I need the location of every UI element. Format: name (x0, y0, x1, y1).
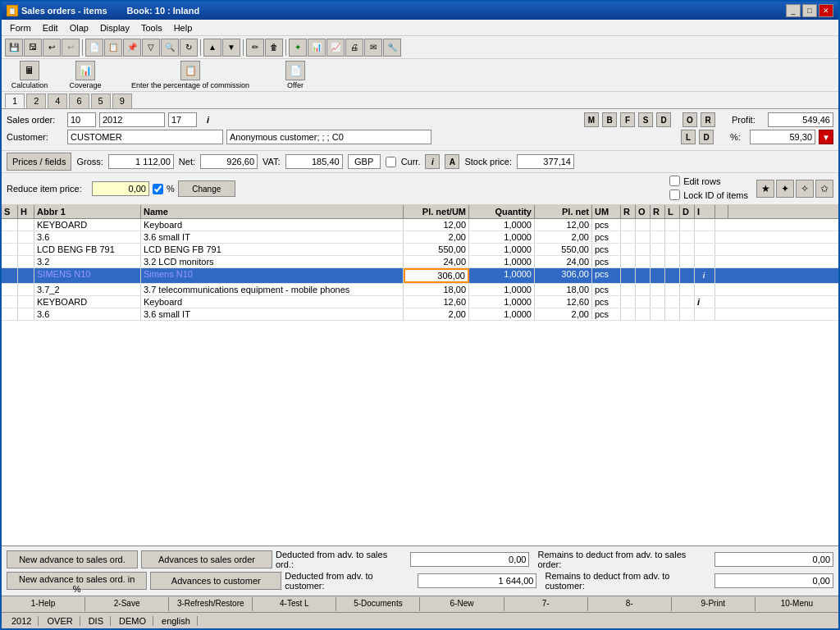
customer-description[interactable] (226, 130, 431, 144)
star-btn-2[interactable]: ✦ (776, 180, 794, 198)
fkey-8[interactable]: 8- (588, 597, 672, 611)
toolbar-btn-undo[interactable]: ↩ (43, 39, 61, 57)
toolbar2-calculation[interactable]: 🖩 Calculation (5, 61, 54, 89)
btn-D2[interactable]: D (699, 130, 714, 144)
btn-F[interactable]: F (620, 112, 635, 127)
maximize-button[interactable]: □ (802, 4, 817, 17)
remains1-value[interactable] (714, 552, 833, 567)
new-advance-sales-pct-button[interactable]: New advance to sales ord. in % (7, 572, 147, 590)
vat-value[interactable] (285, 154, 343, 169)
star-btn-1[interactable]: ★ (756, 180, 774, 198)
customer-value[interactable] (67, 130, 223, 144)
cell-plnetum-5[interactable]: 306,00 (404, 268, 469, 283)
edit-rows-checkbox[interactable] (669, 176, 680, 186)
toolbar-btn-new[interactable]: 📄 (85, 39, 103, 57)
btn-S[interactable]: S (638, 112, 653, 127)
grid-row-4[interactable]: 3.2 3.2 LCD monitors 24,00 1,0000 24,00 … (2, 256, 838, 268)
advances-customer-button[interactable]: Advances to customer (150, 572, 281, 590)
toolbar-btn-chart[interactable]: 📈 (326, 39, 345, 57)
info-icon-5[interactable]: i (697, 269, 710, 282)
grid-row-3[interactable]: LCD BENG FB 791 LCD BENG FB 791 550,00 1… (2, 244, 838, 256)
remains2-value[interactable] (714, 573, 833, 588)
star-btn-3[interactable]: ✧ (796, 180, 814, 198)
toolbar-btn-prev[interactable]: ▲ (203, 39, 221, 57)
btn-D[interactable]: D (656, 112, 671, 127)
grid-row-5-selected[interactable]: SIMENS N10 Simens N10 306,00 1,0000 306,… (2, 268, 838, 284)
tab-2[interactable]: 2 (26, 94, 46, 108)
fkey-5[interactable]: 5-Documents (336, 597, 420, 611)
toolbar-btn-tools[interactable]: 🔧 (383, 39, 401, 57)
change-button[interactable]: Change (178, 180, 235, 197)
tab-9[interactable]: 9 (112, 94, 132, 108)
toolbar-btn-mail[interactable]: ✉ (364, 39, 382, 57)
grid-row-1[interactable]: KEYBOARD Keyboard 12,00 1,0000 12,00 pcs (2, 219, 838, 231)
advances-sales-order-button[interactable]: Advances to sales order (141, 550, 272, 568)
grid-row-2[interactable]: 3.6 3.6 small IT 2,00 1,0000 2,00 pcs (2, 231, 838, 244)
menu-form[interactable]: Form (5, 22, 36, 34)
tab-6[interactable]: 6 (69, 94, 89, 108)
grid-row-8[interactable]: 3.6 3.6 small IT 2,00 1,0000 2,00 pcs (2, 308, 838, 321)
toolbar2-offer[interactable]: 📄 Offer (271, 61, 320, 89)
sales-order-num1[interactable] (67, 112, 96, 127)
star-btn-4[interactable]: ✩ (815, 180, 833, 198)
reduce-pct-checkbox[interactable] (153, 184, 163, 194)
tab-5[interactable]: 5 (91, 94, 111, 108)
fkey-6[interactable]: 6-New (420, 597, 504, 611)
deducted1-value[interactable] (410, 552, 529, 567)
new-advance-sales-ord-button[interactable]: New advance to sales ord. (7, 550, 138, 568)
btn-O[interactable]: O (682, 112, 697, 127)
profit-value[interactable] (768, 112, 833, 127)
menu-olap[interactable]: Olap (65, 22, 94, 34)
fkey-1[interactable]: 1-Help (2, 597, 85, 611)
toolbar-btn-search[interactable]: 🔍 (161, 39, 179, 57)
toolbar2-coverage[interactable]: 📊 Coverage (61, 61, 110, 89)
fkey-9[interactable]: 9-Print (672, 597, 756, 611)
menu-tools[interactable]: Tools (136, 22, 167, 34)
btn-B[interactable]: B (602, 112, 617, 127)
toolbar-btn-green[interactable]: ✦ (289, 39, 307, 57)
toolbar-btn-copy[interactable]: 📋 (104, 39, 122, 57)
minimize-button[interactable]: _ (786, 4, 801, 17)
toolbar-btn-edit[interactable]: ✏ (246, 39, 264, 57)
fkey-3[interactable]: 3-Refresh/Restore (169, 597, 253, 611)
lock-id-checkbox[interactable] (669, 189, 680, 200)
menu-edit[interactable]: Edit (38, 22, 63, 34)
btn-M[interactable]: M (584, 112, 599, 127)
tab-4[interactable]: 4 (48, 94, 67, 108)
sales-order-num3[interactable] (168, 112, 197, 127)
reduce-value[interactable] (92, 181, 149, 196)
fkey-4[interactable]: 4-Test L (253, 597, 336, 611)
currency-value[interactable] (348, 154, 381, 169)
btn-R[interactable]: R (701, 112, 715, 127)
deducted2-value[interactable] (418, 573, 536, 588)
toolbar-btn-paste[interactable]: 📌 (123, 39, 141, 57)
btn-I2[interactable]: i (425, 154, 440, 169)
toolbar-btn-print[interactable]: 🖨 (345, 39, 363, 57)
menu-help[interactable]: Help (169, 22, 198, 34)
prices-fields-button[interactable]: Prices / fields (7, 153, 71, 171)
btn-A[interactable]: A (445, 154, 459, 169)
grid-row-6[interactable]: 3.7_2 3.7 telecommunications equipment -… (2, 284, 838, 296)
sales-order-num2[interactable] (99, 112, 165, 127)
close-button[interactable]: ✕ (819, 4, 833, 17)
fkey-2[interactable]: 2-Save (85, 597, 169, 611)
toolbar-btn-next[interactable]: ▼ (222, 39, 240, 57)
toolbar-btn-calc[interactable]: 📊 (308, 39, 326, 57)
stock-value[interactable] (517, 154, 574, 169)
pct-arrow-btn[interactable]: ▼ (819, 130, 833, 144)
gross-value[interactable] (108, 154, 174, 169)
menu-display[interactable]: Display (95, 22, 135, 34)
fkey-10[interactable]: 10-Menu (756, 597, 838, 611)
toolbar-btn-refresh[interactable]: ↻ (180, 39, 198, 57)
btn-L[interactable]: L (681, 130, 696, 144)
toolbar-btn-redo[interactable]: ↩ (62, 39, 80, 57)
toolbar-btn-filter[interactable]: ▽ (142, 39, 160, 57)
toolbar-btn-del[interactable]: 🗑 (265, 39, 283, 57)
toolbar-btn-2[interactable]: 🖫 (24, 39, 42, 57)
net-value[interactable] (200, 154, 258, 169)
grid-row-7[interactable]: KEYBOARD Keyboard 12,60 1,0000 12,60 pcs… (2, 296, 838, 308)
pct-value[interactable] (750, 130, 815, 144)
toolbar2-commission[interactable]: 📋 Enter the percentage of commission (116, 61, 264, 89)
fkey-7[interactable]: 7- (504, 597, 588, 611)
curr-checkbox[interactable] (386, 157, 396, 167)
